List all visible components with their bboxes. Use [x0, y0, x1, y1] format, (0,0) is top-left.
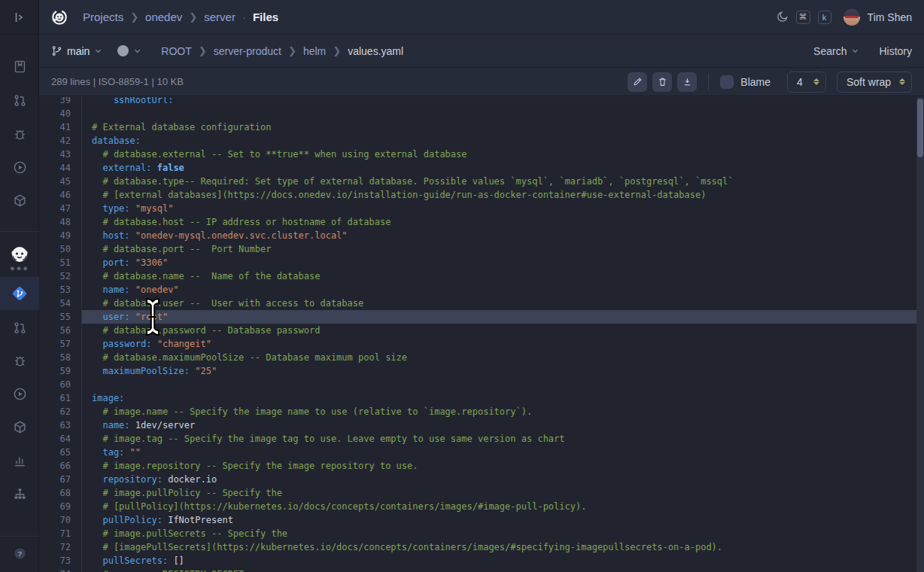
code-line[interactable]: 63 name: 1dev/server — [39, 418, 916, 432]
line-number[interactable]: 64 — [39, 432, 82, 446]
line-number[interactable]: 53 — [39, 283, 82, 297]
line-number[interactable]: 43 — [39, 148, 82, 161]
line-number[interactable]: 65 — [39, 446, 82, 459]
dark-mode-toggle[interactable] — [776, 11, 789, 23]
code-line[interactable]: 72 # [imagePullSecrets](https://kubernet… — [39, 540, 916, 554]
line-number[interactable]: 66 — [39, 459, 82, 473]
code-line[interactable]: 65 tag: "" — [39, 446, 916, 459]
code-line[interactable]: 64 # image.tag -- Specify the image tag … — [39, 432, 916, 446]
code-line[interactable]: 46 # [external databases](https://docs.o… — [39, 188, 916, 202]
line-number[interactable]: 54 — [39, 297, 82, 310]
line-number[interactable]: 44 — [39, 161, 82, 175]
line-number[interactable]: 72 — [39, 540, 82, 554]
onedev-logo-icon[interactable] — [51, 9, 68, 26]
code-line[interactable]: 42database: — [39, 134, 916, 148]
sidebar-item-project-pull-requests[interactable] — [0, 311, 39, 344]
sidebar-item-project-builds[interactable] — [0, 377, 39, 410]
code-line[interactable]: 71 # image.pullSecrets -- Specify the — [39, 527, 916, 540]
code-line[interactable]: 56 # database.password -- Database passw… — [39, 324, 916, 337]
branch-selector[interactable]: main — [51, 45, 102, 57]
tab-size-input[interactable]: 4 — [787, 72, 826, 93]
line-number[interactable]: 52 — [39, 269, 82, 283]
line-number[interactable]: 46 — [39, 188, 82, 202]
code-line[interactable]: 61image: — [39, 391, 916, 405]
project-more-dots-icon[interactable]: ●●● — [0, 262, 39, 274]
line-number[interactable]: 63 — [39, 418, 82, 432]
line-number[interactable]: 67 — [39, 473, 82, 486]
history-button[interactable]: History — [879, 45, 912, 57]
code-line[interactable]: 53 name: "onedev" — [39, 283, 916, 297]
line-number[interactable]: 73 — [39, 554, 82, 567]
sidebar-item-issues[interactable] — [0, 117, 39, 151]
line-number[interactable]: 58 — [39, 351, 82, 364]
path-folder[interactable]: server-product — [214, 45, 281, 57]
sidebar-item-project-issues[interactable] — [0, 344, 39, 377]
line-number[interactable]: 49 — [39, 229, 82, 242]
code-line[interactable]: 40 — [39, 107, 916, 120]
breadcrumb-projects[interactable]: Projects — [83, 11, 123, 23]
wrap-mode-select[interactable]: Soft wrap — [837, 72, 912, 93]
line-number[interactable]: 47 — [39, 202, 82, 215]
code-line[interactable]: 41# External database configuration — [39, 120, 916, 134]
code-editor[interactable]: 39 sshRootUrl:4041# External database co… — [39, 97, 924, 572]
sidebar-item-packages[interactable] — [0, 184, 39, 217]
user-avatar[interactable] — [843, 9, 860, 26]
code-line[interactable]: 62 # image.name -- Specify the image nam… — [39, 405, 916, 418]
breadcrumb-subproject[interactable]: server — [204, 11, 236, 23]
line-number[interactable]: 57 — [39, 337, 82, 351]
code-line[interactable]: 55 user: "root" — [39, 310, 916, 324]
scrollbar-track[interactable] — [916, 97, 924, 572]
code-line[interactable]: 68 # image.pullPolicy -- Specify the — [39, 486, 916, 500]
delete-file-button[interactable] — [652, 72, 672, 92]
code-line[interactable]: 54 # database.user -- User with access t… — [39, 297, 916, 310]
chevron-down-icon[interactable] — [133, 47, 141, 55]
line-number[interactable]: 39 — [39, 97, 82, 107]
code-line[interactable]: 58 # database.maximumPoolSize -- Databas… — [39, 351, 916, 364]
blame-checkbox[interactable] — [720, 75, 734, 89]
code-line[interactable]: 57 password: "changeit" — [39, 337, 916, 351]
code-line[interactable]: 47 type: "mysql" — [39, 202, 916, 215]
commit-status-dot[interactable] — [117, 45, 129, 56]
code-line[interactable]: 45 # database.type-- Required: Set type … — [39, 175, 916, 188]
line-number[interactable]: 69 — [39, 500, 82, 513]
code-line[interactable]: 48 # database.host -- IP address or host… — [39, 215, 916, 229]
spinner-arrows-icon[interactable] — [813, 78, 819, 85]
line-number[interactable]: 71 — [39, 527, 82, 540]
search-button[interactable]: Search — [813, 45, 859, 57]
path-folder[interactable]: helm — [303, 45, 326, 57]
breadcrumb-project[interactable]: onedev — [145, 11, 182, 23]
sidebar-item-help[interactable]: ? — [0, 537, 39, 570]
line-number[interactable]: 56 — [39, 324, 82, 337]
sidebar-item-files-active[interactable] — [0, 277, 39, 310]
line-number[interactable]: 68 — [39, 486, 82, 500]
path-root[interactable]: ROOT — [161, 45, 191, 57]
line-number[interactable]: 42 — [39, 134, 82, 148]
sidebar-expand-button[interactable] — [0, 0, 39, 35]
spinner-arrows-icon[interactable] — [899, 78, 905, 85]
code-line[interactable]: 67 repository: docker.io — [39, 473, 916, 486]
line-number[interactable]: 70 — [39, 513, 82, 527]
line-number[interactable]: 41 — [39, 120, 82, 134]
line-number[interactable]: 40 — [39, 107, 82, 120]
code-line[interactable]: 44 external: false — [39, 161, 916, 175]
line-number[interactable]: 55 — [39, 310, 82, 324]
sidebar-item-code-docs[interactable] — [0, 50, 39, 83]
code-line[interactable]: 52 # database.name -- Name of the databa… — [39, 269, 916, 283]
code-line[interactable]: 69 # [pullPolicy](https://kubernetes.io/… — [39, 500, 916, 513]
code-line[interactable]: 59 maximumPoolSize: "25" — [39, 364, 916, 378]
line-number[interactable]: 50 — [39, 242, 82, 256]
code-line[interactable]: 70 pullPolicy: IfNotPresent — [39, 513, 916, 527]
download-file-button[interactable] — [677, 72, 697, 92]
code-line[interactable]: 60 — [39, 378, 916, 391]
code-line[interactable]: 49 host: "onedev-mysql.onedev.svc.cluste… — [39, 229, 916, 242]
sidebar-item-hierarchy[interactable] — [0, 476, 39, 510]
sidebar-item-builds[interactable] — [0, 151, 39, 184]
code-line[interactable]: 39 sshRootUrl: — [39, 97, 916, 107]
sidebar-item-project-packages[interactable] — [0, 410, 39, 443]
line-number[interactable]: 60 — [39, 378, 82, 391]
code-line[interactable]: 73 pullSecrets: [] — [39, 554, 916, 567]
line-number[interactable]: 62 — [39, 405, 82, 418]
code-line[interactable]: 50 # database.port -- Port Number — [39, 242, 916, 256]
code-line[interactable]: 43 # database.external -- Set to **true*… — [39, 148, 916, 161]
line-number[interactable]: 45 — [39, 175, 82, 188]
